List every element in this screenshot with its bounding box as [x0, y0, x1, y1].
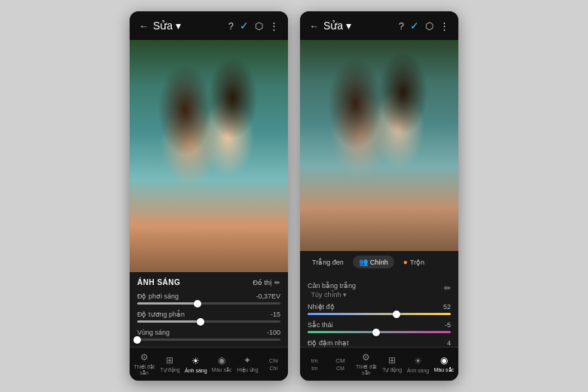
nav-color-right[interactable]: ◉ Màu sắc — [431, 355, 457, 373]
temp-track[interactable] — [308, 313, 451, 315]
tint-thumb[interactable] — [372, 329, 380, 336]
contrast-value: -15 — [271, 311, 280, 318]
contrast-track[interactable] — [137, 320, 280, 323]
right-controls: Cân bằng trắng Tùy chỉnh ▾ ✏ Nhiệt độ 52 — [300, 273, 458, 347]
light-label-left: Ánh sáng — [185, 368, 207, 373]
photo-right — [300, 40, 458, 251]
color-icon-left: ◉ — [218, 355, 225, 366]
nav-presets-right[interactable]: ⚙ Thiết đặt sẵn — [354, 352, 379, 376]
effects-icon-left: ✦ — [243, 355, 251, 366]
edit-icon-left: ✏ — [274, 279, 280, 286]
tm-icon-right: tm — [311, 357, 318, 364]
balance-sub-text: Tùy chỉnh ▾ — [311, 291, 348, 299]
highlights-thumb[interactable] — [133, 336, 141, 344]
right-top-right: ? ✓ ⬡ ⋮ — [399, 20, 449, 32]
exposure-value: -0,37EV — [256, 292, 280, 300]
exposure-track[interactable] — [137, 302, 280, 305]
help-icon-right[interactable]: ? — [399, 20, 404, 32]
exposure-label: Độ phơi sáng — [137, 292, 179, 300]
photo-image-right — [300, 40, 458, 251]
tab-mix[interactable]: ● Trộn — [397, 256, 430, 268]
left-bottom-nav: ⚙ Thiết đặt sẵn ⊞ Tự động ☀ Ánh sáng ◉ M… — [130, 347, 288, 381]
balance-sub[interactable]: Tùy chỉnh ▾ — [308, 291, 356, 299]
nav-tm-right[interactable]: tm tm — [302, 357, 327, 371]
subtitle-text-left: Đồ thị — [253, 279, 272, 286]
presets-icon-left: ⚙ — [140, 352, 149, 363]
check-icon-right[interactable]: ✓ — [410, 20, 419, 32]
cm-label-right: CM — [336, 366, 345, 371]
contrast-label: Độ tương phản — [137, 311, 185, 318]
slider-contrast: Độ tương phản -15 — [137, 311, 280, 323]
balance-left: Cân bằng trắng Tùy chỉnh ▾ — [308, 277, 356, 299]
color-icon-right: ◉ — [440, 355, 448, 366]
tint-track[interactable] — [308, 331, 451, 333]
nav-auto-left[interactable]: ⊞ Tự động — [157, 355, 182, 373]
more-icon-right[interactable]: ⋮ — [439, 20, 449, 32]
presets-icon-right: ⚙ — [362, 352, 370, 363]
light-icon-left: ☀ — [191, 356, 200, 366]
section-subtitle-left[interactable]: Đồ thị ✏ — [253, 279, 280, 286]
left-section-header: ÁNH SÁNG Đồ thị ✏ — [137, 278, 280, 286]
tab-bw-label: Trắng đen — [312, 259, 344, 266]
tint-label: Sắc thái — [308, 321, 333, 329]
right-top-left: ← Sửa ▾ — [309, 20, 351, 32]
tab-mix-icon: ● — [403, 258, 408, 266]
highlights-value: -100 — [267, 329, 280, 336]
right-panel: ← Sửa ▾ ? ✓ ⬡ ⋮ Trắng đen 👥 Chính ● — [300, 11, 458, 381]
left-title: Sửa ▾ — [153, 20, 181, 32]
slider-tint: Sắc thái -5 — [308, 321, 451, 333]
nav-color-left[interactable]: ◉ Màu sắc — [209, 355, 234, 373]
color-label-left: Màu sắc — [212, 367, 232, 373]
back-icon-left[interactable]: ← — [139, 20, 149, 32]
tab-bw[interactable]: Trắng đen — [306, 256, 350, 268]
left-top-right: ? ✓ ⬡ ⋮ — [228, 20, 279, 32]
cm-icon-right: CM — [335, 357, 345, 364]
share-icon-right[interactable]: ⬡ — [425, 20, 433, 32]
more-icon-left[interactable]: ⋮ — [269, 20, 279, 32]
app-container: ← Sửa ▾ ? ✓ ⬡ ⋮ ÁNH SÁNG Đồ thị ✏ — [130, 11, 458, 381]
right-top-bar: ← Sửa ▾ ? ✓ ⬡ ⋮ — [300, 11, 458, 40]
tab-main-label: Chính — [370, 259, 388, 266]
auto-icon-right: ⊞ — [388, 355, 396, 366]
help-icon-left[interactable]: ? — [228, 20, 234, 32]
nav-chi-left[interactable]: Chi Chi — [261, 357, 286, 371]
exposure-thumb[interactable] — [194, 300, 201, 308]
contrast-fill — [137, 320, 201, 323]
light-label-right: Ánh sáng — [407, 368, 430, 373]
right-title: Sửa ▾ — [323, 20, 351, 32]
nav-light-right[interactable]: ☀ Ánh sáng — [405, 356, 430, 373]
pencil-icon[interactable]: ✏ — [444, 283, 451, 293]
section-title-left: ÁNH SÁNG — [137, 278, 180, 286]
auto-label-right: Tự động — [382, 367, 402, 373]
slider-highlights: Vùng sáng -100 — [137, 329, 280, 341]
tab-main-icon: 👥 — [359, 258, 368, 266]
temp-thumb[interactable] — [393, 311, 400, 318]
highlights-track[interactable] — [137, 338, 280, 341]
nav-presets-left[interactable]: ⚙ Thiết đặt sẵn — [131, 352, 157, 376]
photo-image-left — [130, 40, 288, 272]
left-panel: ← Sửa ▾ ? ✓ ⬡ ⋮ ÁNH SÁNG Đồ thị ✏ — [130, 11, 288, 381]
check-icon-left[interactable]: ✓ — [240, 20, 249, 32]
nav-light-left[interactable]: ☀ Ánh sáng — [183, 356, 209, 373]
left-top-bar: ← Sửa ▾ ? ✓ ⬡ ⋮ — [130, 11, 288, 40]
balance-row: Cân bằng trắng Tùy chỉnh ▾ ✏ — [308, 277, 451, 299]
photo-left — [130, 40, 288, 272]
share-icon-left[interactable]: ⬡ — [255, 20, 263, 32]
tab-mix-label: Trộn — [410, 259, 424, 266]
right-tabs: Trắng đen 👥 Chính ● Trộn — [300, 251, 458, 273]
auto-label-left: Tự động — [161, 367, 180, 373]
presets-label-left: Thiết đặt sẵn — [131, 364, 157, 376]
slider-temp: Nhiệt độ 52 — [308, 303, 451, 315]
nav-effects-left[interactable]: ✦ Hiệu ứng — [234, 355, 260, 373]
saturation-row: Độ đậm nhạt 4 — [308, 339, 451, 347]
presets-label-right: Thiết đặt sẵn — [354, 364, 379, 376]
back-icon-right[interactable]: ← — [309, 20, 319, 32]
tab-main[interactable]: 👥 Chính — [353, 256, 394, 268]
contrast-thumb[interactable] — [197, 318, 204, 326]
temp-label: Nhiệt độ — [308, 303, 335, 311]
effects-label-left: Hiệu ứng — [237, 367, 258, 373]
nav-auto-right[interactable]: ⊞ Tự động — [379, 355, 405, 373]
color-label-right: Màu sắc — [434, 367, 455, 373]
nav-cm-right[interactable]: CM CM — [327, 357, 353, 371]
highlights-label: Vùng sáng — [137, 329, 170, 336]
